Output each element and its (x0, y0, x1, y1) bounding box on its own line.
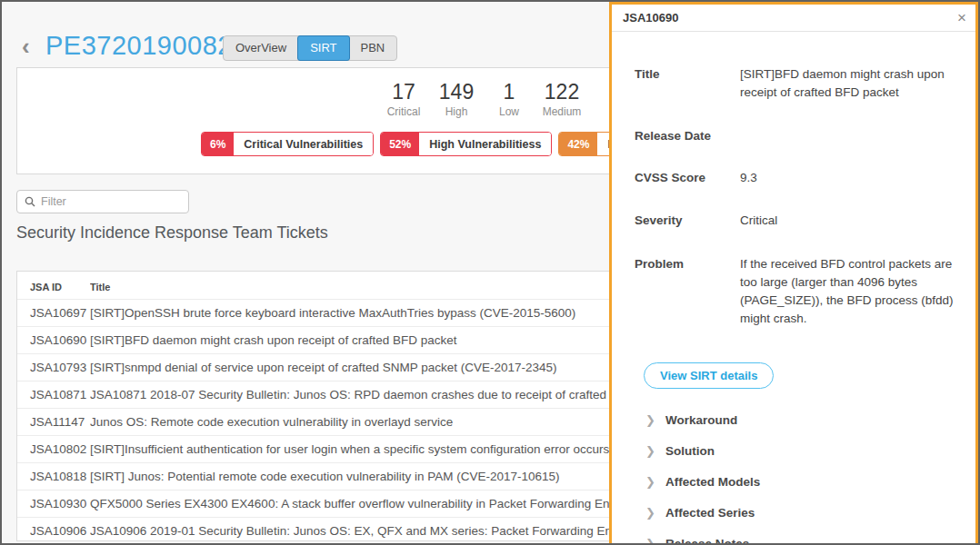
accordion-affected-series[interactable]: ❯ Affected Series (635, 498, 959, 529)
ticket-id: JSA10697 (30, 306, 90, 320)
accordion-release-notes[interactable]: ❯ Release Notes (635, 529, 959, 545)
panel-ticket-id: JSA10690 (623, 11, 678, 25)
chevron-right-icon: ❯ (645, 506, 665, 520)
filter-field (16, 190, 189, 213)
stat-low-label: Low (483, 105, 535, 118)
panel-header: JSA10690 × (612, 5, 975, 32)
close-icon[interactable]: × (957, 5, 966, 31)
stat-medium: 122 Medium (535, 80, 588, 118)
field-cvss-score-value: 9.3 (740, 169, 959, 187)
ticket-id: JSA11147 (30, 415, 90, 429)
page-title: PE3720190082 (45, 31, 233, 61)
tab-sirt[interactable]: SIRT (297, 35, 349, 61)
field-problem-value: If the received BFD control packets are … (740, 255, 959, 329)
back-chevron-icon[interactable]: ‹ (22, 35, 30, 58)
stat-critical: 17 Critical (377, 80, 430, 118)
accordion-workaround[interactable]: ❯ Workaround (635, 405, 959, 436)
field-severity: Severity Critical (635, 212, 959, 230)
badge-high-label: High Vulnerabilitiess (419, 133, 551, 155)
ticket-id: JSA10871 (30, 388, 90, 401)
ticket-id: JSA10690 (30, 333, 90, 347)
accordion-label: Affected Series (665, 506, 755, 520)
search-icon (25, 196, 35, 207)
field-title-value: [SIRT]BFD daemon might crash upon receip… (740, 65, 959, 103)
field-title-label: Title (635, 65, 740, 103)
stat-critical-count: 17 (377, 80, 430, 104)
filter-input[interactable] (41, 195, 181, 208)
stat-high-count: 149 (430, 80, 483, 104)
tab-pbn[interactable]: PBN (349, 36, 397, 60)
badge-high-vulnerabilities: 52% High Vulnerabilitiess (380, 132, 552, 156)
section-title: Security Incidence Response Team Tickets (16, 223, 328, 243)
stat-high: 149 High (430, 80, 483, 118)
badge-critical-label: Critical Vulnerabilities (234, 133, 373, 155)
ticket-detail-panel: JSA10690 × Title [SIRT]BFD daemon might … (609, 2, 978, 545)
stat-medium-count: 122 (535, 80, 588, 104)
field-severity-value: Critical (740, 212, 959, 230)
field-cvss-score: CVSS Score 9.3 (635, 169, 959, 187)
accordion-solution[interactable]: ❯ Solution (635, 436, 959, 467)
ticket-id: JSA10930 (30, 497, 90, 510)
stat-critical-label: Critical (377, 105, 430, 118)
accordion-label: Workaround (665, 413, 737, 427)
ticket-id: JSA10802 (30, 442, 90, 456)
badge-critical-percent: 6% (202, 133, 234, 155)
field-problem: Problem If the received BFD control pack… (635, 255, 959, 329)
ticket-id: JSA10793 (30, 361, 90, 374)
view-sirt-details-button[interactable]: View SIRT details (644, 362, 774, 389)
badge-high-percent: 52% (381, 133, 419, 155)
field-title: Title [SIRT]BFD daemon might crash upon … (635, 65, 959, 103)
severity-stats: 17 Critical 149 High 1 Low 122 Medium (377, 80, 588, 118)
chevron-right-icon: ❯ (645, 444, 665, 458)
chevron-right-icon: ❯ (645, 413, 665, 427)
ticket-id: JSA10906 (30, 524, 90, 538)
chevron-right-icon: ❯ (645, 537, 665, 545)
accordion-label: Solution (665, 444, 715, 458)
tab-overview[interactable]: OverView (224, 36, 298, 60)
accordion-label: Affected Models (665, 475, 760, 489)
ticket-id: JSA10818 (30, 470, 90, 483)
detail-accordion: ❯ Workaround ❯ Solution ❯ Affected Model… (635, 405, 959, 545)
field-severity-label: Severity (635, 212, 740, 230)
field-problem-label: Problem (635, 255, 740, 329)
stat-medium-label: Medium (535, 105, 588, 118)
field-cvss-score-label: CVSS Score (635, 169, 740, 187)
field-release-date: Release Date (635, 127, 959, 145)
stat-low-count: 1 (483, 80, 535, 104)
badge-medium-percent: 42% (559, 133, 597, 155)
accordion-label: Release Notes (665, 537, 749, 545)
view-tab-group: OverView SIRT PBN (223, 35, 397, 61)
app-window: ‹ PE3720190082 OverView SIRT PBN 17 Crit… (0, 0, 980, 545)
badge-critical-vulnerabilities: 6% Critical Vulnerabilities (201, 132, 374, 156)
stat-low: 1 Low (483, 80, 535, 118)
field-release-date-value (740, 127, 959, 145)
accordion-affected-models[interactable]: ❯ Affected Models (635, 467, 959, 498)
column-header-jsa-id: JSA ID (30, 282, 90, 292)
field-release-date-label: Release Date (635, 127, 740, 145)
panel-body: Title [SIRT]BFD daemon might crash upon … (612, 32, 975, 545)
stat-high-label: High (430, 105, 483, 118)
chevron-right-icon: ❯ (645, 475, 665, 489)
